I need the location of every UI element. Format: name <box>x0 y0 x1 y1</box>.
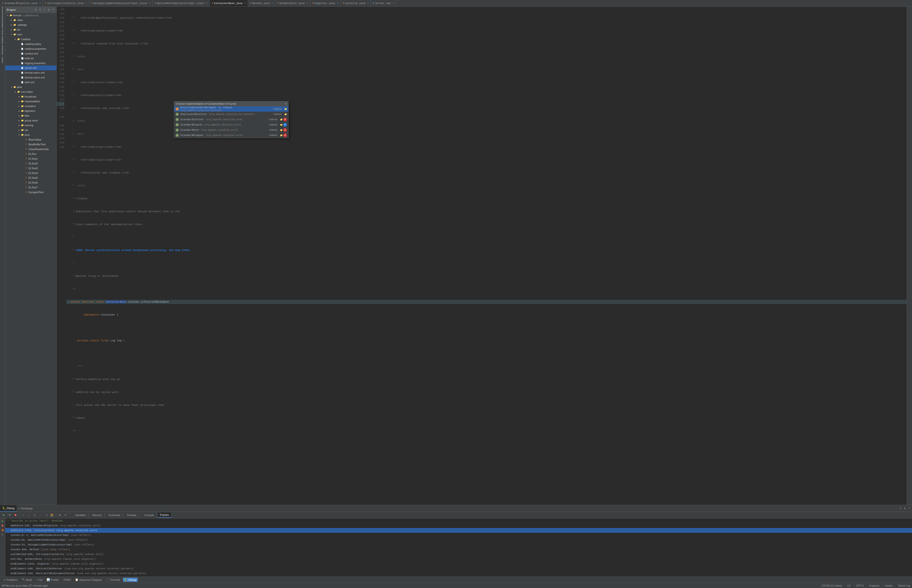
sidebar-json-parser[interactable]: Json Parser <box>0 28 5 32</box>
sidebar-jcstack[interactable]: jcStack <box>0 58 5 63</box>
debug-close-btn[interactable]: × <box>907 507 911 510</box>
tree-item-eltest[interactable]: J ELTest <box>5 152 57 156</box>
debug-resume-icon[interactable]: ▶ <box>0 519 5 523</box>
tab-introspectionutils[interactable]: J IntrospectionUtils.java × <box>43 0 89 7</box>
tree-item-conf[interactable]: ▼ 📁 conf <box>5 32 57 37</box>
tree-item-classloadtest[interactable]: ▶ 📁 classloadtest <box>5 99 57 104</box>
tree-item-java[interactable]: ▼ 📁 java <box>5 85 57 89</box>
debug-frame-5[interactable]: invoke:498, Method (java.lang.reflect) <box>5 547 912 552</box>
close-icon[interactable]: × <box>149 2 150 5</box>
panel-gear-btn[interactable]: ⚙ <box>47 8 51 12</box>
evaluate-btn[interactable]: 🧮 <box>50 513 54 517</box>
close-icon[interactable]: × <box>244 2 246 5</box>
pause-btn[interactable]: ⏸ <box>7 513 12 517</box>
tree-item-catalina[interactable]: ▶ 📁 Catalina <box>5 37 57 42</box>
tree-item-serverxml[interactable]: 📄 server.xml <box>5 66 57 70</box>
tab-setnextrule[interactable]: J SetNextRule.java × <box>275 0 310 7</box>
step-into-btn[interactable]: ↓ <box>26 513 31 517</box>
close-icon[interactable]: × <box>367 2 369 5</box>
tab-containerbase[interactable]: J ContainerBase.java × <box>210 0 248 7</box>
debug-frame-0[interactable]: addValve:345, StandardPipeline (org.apac… <box>5 523 912 528</box>
tab-console[interactable]: Console <box>142 512 156 518</box>
tree-item-eltest7[interactable]: J ELTest7 <box>5 185 57 190</box>
force-step-into-btn[interactable]: ⇊ <box>32 513 37 517</box>
debug-misc-btn[interactable]: ≡ <box>63 513 68 517</box>
tree-item-classreaderutils[interactable]: J ClassReaderUtils <box>5 147 57 152</box>
close-icon[interactable]: × <box>86 2 87 5</box>
debug-mute-icon[interactable]: 🔕 <box>0 528 5 532</box>
tree-item-com-luban[interactable]: ▼ 📁 com.luban <box>5 89 57 94</box>
debug-frame-10[interactable]: endElement:183, AbstractXMLDocumentParse… <box>5 571 912 576</box>
tab-memory[interactable]: Memory <box>90 512 105 518</box>
tree-item-group-send[interactable]: ▶ 📁 group.send <box>5 118 57 123</box>
debug-frame-1[interactable]: addValve:1469, ContainerBase (org.apache… <box>5 528 912 533</box>
ac-item-5[interactable]: C StandardWrapper (org.apache.catalina.c… <box>174 132 288 138</box>
close-icon[interactable]: × <box>307 2 308 5</box>
tab-threads[interactable]: Threads <box>125 512 139 518</box>
tab-catalina[interactable]: J Catalina.java × <box>341 0 371 7</box>
sidebar-database[interactable]: Database <box>0 38 5 42</box>
close-icon[interactable]: × <box>337 2 338 5</box>
debug-filter-btn[interactable]: ▽ <box>899 507 902 510</box>
tab-overhead[interactable]: Overhead <box>106 512 123 518</box>
tab-delegatingmethodaccessorimpl[interactable]: J DelegatingMethodAccessorImpl.class × <box>89 0 152 7</box>
resume-btn[interactable]: ▶ <box>2 513 6 517</box>
stop-btn[interactable]: ⏹ <box>13 513 18 517</box>
git-btn[interactable]: ↗ Git <box>35 578 44 582</box>
tree-item-filter[interactable]: ▶ 📁 filter <box>5 113 57 118</box>
tab-frames[interactable]: Frames <box>158 512 171 518</box>
tree-item-tomcat[interactable]: ▼ 📁 tomcat ~/.gitlab/tomcat <box>5 13 57 18</box>
debug-tab[interactable]: 🐛 Debug <box>0 505 17 512</box>
profiler-btn[interactable]: 📊 Profiler <box>45 578 60 582</box>
tree-item-nio[interactable]: ▶ 📁 nio <box>5 128 57 132</box>
frames-btn[interactable]: ⊞ <box>57 513 62 517</box>
debug-frame-3[interactable]: invoke:62, NativeMethodAccessorImpl (sun… <box>5 538 912 542</box>
tree-item-compilerx[interactable]: ▶ 📁 compilerx <box>5 104 57 108</box>
debug-stop-icon[interactable]: ⏹ <box>0 523 5 528</box>
tree-item-broadcast[interactable]: ▶ 📁 broadcast <box>5 94 57 99</box>
tree-item-catalina-properties[interactable]: 📄 catalina.properties <box>5 46 57 51</box>
debug-frame-4[interactable]: invoke:43, DelegatingMethodAccessorImpl … <box>5 542 912 547</box>
tree-item-tomcat-users-xml[interactable]: 📄 tomcat-users.xml <box>5 70 57 75</box>
ac-item-2[interactable]: C StandardContext (org.apache.catalina.c… <box>174 117 288 122</box>
tree-item-webxml[interactable]: 📄 web.xml <box>5 80 57 85</box>
close-icon[interactable]: × <box>39 2 41 5</box>
tab-standardpipeline[interactable]: J StandardPipeline.java × <box>0 0 43 7</box>
panel-scroll-btn[interactable]: ↕ <box>42 8 46 12</box>
tree-item-settings[interactable]: ▶ 📁 .settings <box>5 23 57 27</box>
tab-nativemethodaccessorimpl[interactable]: J NativeMethodAccessorImpl.class × <box>152 0 210 7</box>
ac-item-4[interactable]: C StandardHost (org.apache.catalina.core… <box>174 128 288 132</box>
step-out-btn[interactable]: ↑ <box>38 513 43 517</box>
problems-btn[interactable]: ⚠ Problems <box>2 578 19 582</box>
panel-close-btn[interactable]: × <box>51 8 55 12</box>
debug-frame-2[interactable]: invoke:0:-1, NativeMethodAccessorImpl (s… <box>5 533 912 538</box>
event-log[interactable]: Event Log <box>898 584 910 587</box>
tree-item-tomcat-users-xsd[interactable]: 📄 tomcat-users.xsd <box>5 75 57 80</box>
tree-item-eltest3[interactable]: J ELTest3 <box>5 166 57 171</box>
sidebar-pull-requests[interactable]: Pull Requests <box>0 18 5 23</box>
ac-item-1[interactable]: C ReplicatedContext (org.apache.catalina… <box>174 111 288 117</box>
build-btn[interactable]: 🔨 Build <box>20 578 33 582</box>
todo-btn[interactable]: TODO <box>62 578 73 582</box>
tree-item-eltest5[interactable]: J ELTest5 <box>5 175 57 180</box>
tree-item-escapedtest[interactable]: J EscapedTest <box>5 190 57 195</box>
tree-item-logging[interactable]: 📄 logging.properties <box>5 61 57 66</box>
tab-method[interactable]: J Method.java × <box>248 0 275 7</box>
debug-settings-icon[interactable]: ⚙ <box>0 533 5 537</box>
close-icon[interactable]: × <box>272 2 273 5</box>
sequence-diagram-btn[interactable]: 📋 Sequence Diagram <box>74 578 103 582</box>
debug-frame-7[interactable]: end:201, SetNextRule (org.apache.tomcat.… <box>5 557 912 562</box>
debug-frame-6[interactable]: callMethod:885, IntrospectionUtils (org.… <box>5 552 912 557</box>
ac-item-0[interactable]: C ExistingStandardWrapper in Tomcat (org… <box>174 107 288 111</box>
close-icon[interactable]: × <box>206 2 207 5</box>
tree-item-idea[interactable]: ▶ 📁 .idea <box>5 18 57 23</box>
code-area[interactable]: 113114115116117 118119120121122 12312412… <box>57 7 907 505</box>
ac-close-btn[interactable]: × <box>285 102 286 105</box>
debug-frame-8[interactable]: endElement:1044, Digester (org.apache.to… <box>5 562 912 566</box>
panel-collapse-btn[interactable]: ≡ <box>38 8 42 12</box>
step-over-btn[interactable]: ↷ <box>21 513 26 517</box>
debug-settings-btn[interactable]: ⚙ <box>903 507 907 510</box>
sidebar-structure[interactable]: Structure <box>0 8 5 13</box>
panel-settings-btn[interactable]: ⚙ <box>34 8 38 12</box>
tree-item-digesterx[interactable]: ▶ 📁 digesterx <box>5 108 57 113</box>
